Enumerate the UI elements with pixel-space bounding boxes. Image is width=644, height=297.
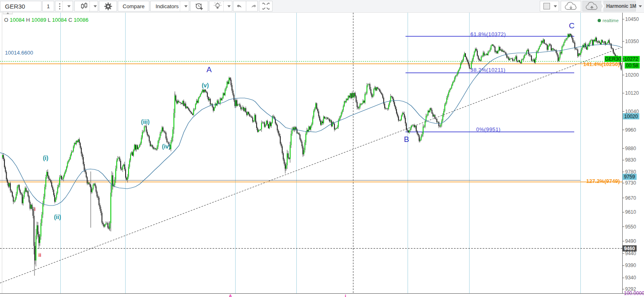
svg-text:10020: 10020: [624, 114, 638, 119]
svg-text:(iii): (iii): [141, 119, 150, 125]
svg-text:9490: 9490: [625, 238, 636, 244]
svg-text:i: i: [34, 206, 36, 212]
svg-text:100.0000: 100.0000: [624, 290, 644, 296]
svg-text:127.2%(9749): 127.2%(9749): [586, 178, 620, 184]
svg-text:10272: 10272: [624, 56, 638, 62]
svg-text:B: B: [404, 135, 409, 144]
svg-text:i: i: [345, 294, 346, 297]
svg-text:10200: 10200: [625, 72, 639, 78]
svg-text:9390: 9390: [625, 263, 636, 268]
svg-text:0%(9951): 0%(9951): [476, 126, 501, 133]
svg-text:9730: 9730: [625, 180, 636, 186]
svg-text:(i): (i): [43, 155, 48, 161]
svg-text:ii: ii: [38, 252, 41, 258]
svg-text:38.2%(10211): 38.2%(10211): [470, 67, 506, 73]
svg-text:9610: 9610: [625, 209, 636, 215]
svg-text:9880: 9880: [625, 146, 636, 151]
svg-text:(iv): (iv): [162, 143, 171, 150]
svg-text:141.4%(10250): 141.4%(10250): [583, 61, 620, 67]
svg-text:9670: 9670: [625, 195, 636, 201]
svg-text:(ii): (ii): [54, 214, 61, 220]
svg-text:9550: 9550: [625, 224, 636, 230]
svg-text:10350: 10350: [625, 39, 639, 44]
svg-text:(v): (v): [202, 82, 209, 89]
svg-text:C: C: [569, 21, 575, 30]
svg-text:O 10084 H 10089 L 10084 C 1008: O 10084 H 10089 L 10084 C 10086: [4, 17, 89, 23]
svg-text:A: A: [229, 294, 232, 297]
svg-text:9340: 9340: [625, 275, 636, 281]
svg-text:9759: 9759: [624, 174, 635, 180]
svg-text:9830: 9830: [625, 157, 636, 163]
svg-text:10014.6600: 10014.6600: [5, 50, 33, 56]
svg-text:10450: 10450: [625, 16, 639, 22]
svg-text:GER30: GER30: [605, 56, 621, 62]
svg-text:A: A: [206, 65, 212, 74]
svg-text:61.8%(10372): 61.8%(10372): [470, 31, 506, 37]
svg-text:realtime: realtime: [603, 18, 619, 23]
svg-text:00:58: 00:58: [626, 63, 638, 69]
svg-text:9460: 9460: [624, 246, 635, 251]
svg-text:9960: 9960: [625, 127, 636, 133]
svg-text:10120: 10120: [625, 90, 639, 96]
